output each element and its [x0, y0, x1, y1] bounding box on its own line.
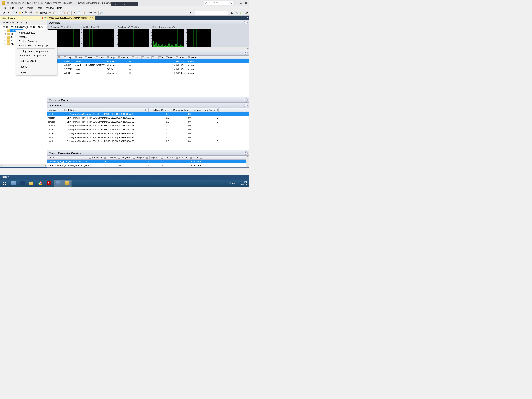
context-menu-item[interactable]: Attach... [16, 35, 57, 39]
refresh-button[interactable]: ↻ [20, 20, 24, 25]
table-row[interactable]: masterC:\Program Files\Microsoft SQL Ser… [47, 116, 249, 120]
processes-columns[interactable]: ▫U... ▫Login ▫Data... ▫Task ... ▫Com... … [47, 56, 249, 59]
open-button[interactable]: 📁▾ [18, 11, 24, 15]
menu-debug[interactable]: Debug [25, 6, 34, 10]
pin-icon[interactable]: 📌 [41, 17, 44, 19]
file-explorer-icon[interactable] [27, 180, 36, 187]
stop-button[interactable]: ■ [16, 20, 20, 25]
collapse-icon[interactable]: ⌃ [244, 51, 247, 55]
copy-button[interactable]: 📄 [77, 11, 81, 15]
table-row[interactable]: WITH merged_query_stats AS ( SELECT ...3… [47, 160, 249, 163]
queries-grid[interactable]: WITH merged_query_stats AS ( SELECT ...3… [47, 160, 249, 167]
context-menu-item[interactable]: Deploy Data-tier Application... [16, 49, 57, 53]
collapse-icon[interactable]: ⌄ [244, 98, 247, 102]
table-row[interactable]: masterC:\Program Files\Microsoft SQL Ser… [47, 112, 249, 116]
file-io-columns[interactable]: Database▫ File Name▫ MB/sec Read ▫ MB/se… [47, 108, 249, 112]
maximize-button[interactable]: ▭ [240, 1, 243, 4]
db-engine-query-button[interactable]: 📋 [52, 11, 57, 15]
context-menu-item[interactable]: New Database... [16, 31, 57, 35]
table-row[interactable]: tempdbC:\Program Files\Microsoft SQL Ser… [47, 120, 249, 124]
save-button[interactable]: 💾 [24, 11, 28, 15]
table-row[interactable]: msdbC:\Program Files\Microsoft SQL Serve… [47, 135, 249, 139]
new-query-button[interactable]: ✎New Query [35, 11, 52, 15]
context-menu-item[interactable]: Restore Database... [16, 39, 57, 44]
dropdown-icon[interactable]: ▾ [39, 17, 40, 19]
db-combo[interactable] [195, 11, 228, 15]
menu-edit[interactable]: Edit [8, 6, 16, 10]
tray-network-icon[interactable]: 🖧 [226, 182, 228, 185]
table-row[interactable]: 1NT SER...masterSQLServ...024WINDO...int… [47, 67, 249, 71]
overview-scrollbar[interactable] [47, 47, 249, 50]
tray-flag-icon[interactable]: ▷ [223, 182, 224, 185]
undo-button[interactable]: ↶▾ [88, 11, 93, 15]
menu-view[interactable]: View [16, 6, 24, 10]
vertical-scrollbar[interactable] [246, 156, 249, 167]
system-tray[interactable]: ▴ ▷ 🖧 🔊 ENG 13:1812/10/2016 [221, 181, 249, 186]
search-icon[interactable]: 🔍 [229, 1, 232, 4]
close-icon[interactable]: ✕ [44, 17, 46, 19]
close-button[interactable]: ✕ [244, 1, 248, 4]
redo-button[interactable]: ↷▾ [93, 11, 97, 15]
collapse-icon[interactable]: ⌃ [244, 104, 247, 107]
processes-grid[interactable]: 1WINDO...masterMicrosoft...024WINDO...in… [47, 59, 249, 75]
execute-arrow-button[interactable]: ▶ [189, 11, 193, 15]
tool-button[interactable]: ▤▾ [244, 11, 248, 15]
activity-monitor-button[interactable]: 📊 [239, 11, 243, 15]
cut-button[interactable]: ✂ [73, 11, 76, 15]
table-row[interactable]: modelC:\Program Files\Microsoft SQL Serv… [47, 128, 249, 131]
quick-launch-input[interactable]: Quick Launch 🔍 [204, 1, 233, 5]
tray-language[interactable]: ENG [232, 182, 236, 185]
ssms-config-icon[interactable] [54, 180, 63, 187]
menu-tools[interactable]: Tools [35, 6, 44, 10]
menu-window[interactable]: Window [44, 6, 55, 10]
tray-sound-icon[interactable]: 🔊 [229, 182, 231, 185]
tab-dropdown-icon[interactable]: ▾ [245, 16, 249, 20]
queries-header[interactable]: Recent Expensive Queries ⌃ [47, 150, 249, 156]
file-io-header[interactable]: Data File I/O ⌃ [47, 103, 249, 108]
queries-columns[interactable]: Query▫ Execution...▫ CPU (ms/...▫ Physic… [47, 156, 249, 160]
connect-button[interactable]: Connect ▾ [1, 21, 11, 24]
collapse-icon[interactable]: ⌃ [244, 151, 247, 155]
new-project-button[interactable]: 📄▾ [12, 11, 18, 15]
filezilla-icon[interactable]: Fz [45, 180, 54, 187]
disconnect-button[interactable]: 🔌 [11, 20, 15, 25]
analysis-query-button[interactable]: 📋 [57, 11, 61, 15]
paste-button[interactable]: 📋 [82, 11, 86, 15]
tray-chevron-icon[interactable]: ▴ [221, 182, 222, 185]
table-row[interactable]: 1WINDO...tempdbRUNNINGSELECTMicrosoft...… [47, 63, 249, 67]
horizontal-scrollbar[interactable]: ◀▶ [0, 164, 47, 167]
menu-file[interactable]: File [1, 6, 8, 10]
context-menu-item[interactable]: Reports▸ [16, 65, 57, 69]
server-manager-icon[interactable] [9, 180, 18, 187]
ssms-icon[interactable] [63, 180, 72, 187]
context-menu-item[interactable]: Import Data-tier Application... [16, 53, 57, 58]
nav-fwd-button[interactable]: ▾ [6, 11, 10, 15]
tree-server-node[interactable]: ⊟WINDOWS2012R2\SQLEXPRESS (SQL Se [0, 26, 47, 29]
menu-help[interactable]: Help [56, 6, 64, 10]
close-tab-icon[interactable]: ✕ [92, 17, 94, 19]
processes-header[interactable]: sses ⌃ [47, 50, 249, 56]
table-row[interactable]: msdbC:\Program Files\Microsoft SQL Serve… [47, 139, 249, 143]
pin-icon[interactable]: ⊕ [89, 17, 91, 19]
chrome-icon[interactable] [36, 180, 45, 187]
collapse-icon[interactable]: ⌃ [244, 21, 247, 24]
overview-header[interactable]: Overview ⌃ [47, 20, 249, 25]
table-row[interactable]: 1WINDO...masterMicrosoft...024WINDO...in… [47, 59, 249, 63]
tool-button[interactable]: 🔧 [234, 11, 239, 15]
find-button[interactable]: 🔎 [100, 11, 104, 15]
taskbar[interactable]: >_ Fz ▴ ▷ 🖧 🔊 ENG 13:1812/10/2016 [0, 180, 249, 187]
filter-button[interactable]: ▦ [24, 20, 28, 25]
table-row[interactable]: tempdbC:\Program Files\Microsoft SQL Ser… [47, 124, 249, 128]
context-menu-item[interactable]: Start PowerShell [16, 59, 57, 63]
databases-context-menu[interactable]: New Database...Attach...Restore Database… [16, 30, 57, 75]
table-row[interactable]: SELECT TOP 1 @previous_collection_time =… [47, 163, 249, 167]
dmx-query-button[interactable]: 📋 [66, 11, 70, 15]
context-menu-item[interactable]: Restore Files and Filegroups... [16, 44, 57, 48]
table-row[interactable]: 541WINDO...masterMicrosoft...00WINDO...i… [47, 71, 249, 75]
mdx-query-button[interactable]: 📋 [62, 11, 66, 15]
table-row[interactable]: modelC:\Program Files\Microsoft SQL Serv… [47, 131, 249, 135]
context-menu-item[interactable]: Refresh [16, 70, 57, 75]
minimize-button[interactable]: — [235, 1, 238, 4]
start-button[interactable] [0, 180, 9, 187]
tray-clock[interactable]: 13:1812/10/2016 [238, 181, 247, 186]
